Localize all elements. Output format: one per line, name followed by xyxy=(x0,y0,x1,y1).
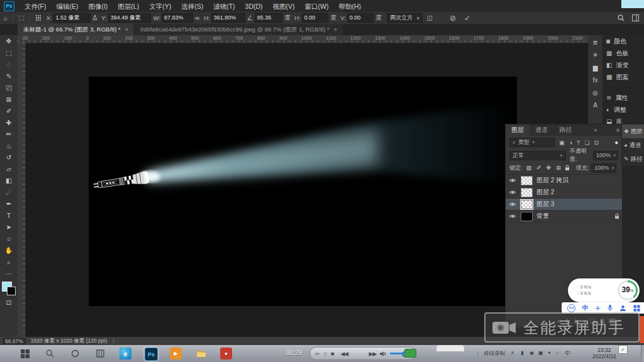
menu-item[interactable]: 图层(L) xyxy=(113,3,144,10)
show-desktop-button[interactable] xyxy=(641,345,644,362)
filter-toggle-icon[interactable]: ● xyxy=(615,140,618,146)
task-view-icon[interactable] xyxy=(94,348,106,359)
tool-button[interactable]: ◌ xyxy=(0,58,18,70)
document-tab-inactive[interactable]: 0d6fa9ca64de87b43e2065f930b6cc99.jpeg @ … xyxy=(134,24,343,35)
tool-button[interactable]: ◰ xyxy=(0,82,18,94)
y-input[interactable]: 394.49 像素 xyxy=(108,13,151,23)
tool-button[interactable]: ↺ xyxy=(0,151,18,163)
tool-button[interactable]: ▱ xyxy=(0,163,18,175)
panel-icon[interactable]: ◎ xyxy=(592,89,598,96)
filter-pixel-icon[interactable]: ▣ xyxy=(559,140,565,146)
home-icon[interactable]: ⌂ xyxy=(4,14,8,21)
tool-button[interactable]: ➤ xyxy=(0,221,18,233)
panel-button[interactable]: ▩ 图案 xyxy=(602,71,644,83)
tool-button[interactable]: ◧ xyxy=(0,175,18,187)
fast-forward-button[interactable]: ▶▶ xyxy=(369,351,377,357)
lock-all-icon[interactable] xyxy=(565,165,570,171)
tool-button[interactable]: ⊠ xyxy=(0,94,18,106)
x-input[interactable]: 1.52 像素 xyxy=(53,13,91,23)
layer-filter-input[interactable]: ⌕ 类型 ∨ xyxy=(509,138,555,147)
ime-indicator[interactable]: 中 xyxy=(565,349,571,358)
recorder-logo-icon[interactable]: FU xyxy=(567,304,575,312)
clip-icon[interactable]: ✂ xyxy=(315,351,320,357)
tool-preset-icon[interactable]: ⬚ xyxy=(18,14,24,21)
tray-icon[interactable]: ✦ xyxy=(547,350,552,356)
tool-button[interactable]: ✐ xyxy=(0,105,18,117)
tool-button[interactable]: ✏ xyxy=(0,128,18,140)
tab-paths[interactable]: 路径 xyxy=(553,124,577,136)
menu-item[interactable]: 滤镜(T) xyxy=(208,3,240,10)
layer-thumbnail[interactable] xyxy=(521,176,533,185)
tray-icon[interactable]: ♪ xyxy=(556,350,558,356)
stop-icon[interactable]: ■ xyxy=(331,351,334,357)
filter-adjustment-icon[interactable]: ◑ xyxy=(569,140,572,146)
visibility-eye-icon[interactable] xyxy=(508,201,517,208)
close-icon[interactable]: × xyxy=(334,26,337,33)
h-skew-input[interactable]: 0.00 xyxy=(302,13,328,23)
side-tab-layers[interactable]: ❖ 图层 xyxy=(622,124,644,138)
panel-icon[interactable]: ≣ xyxy=(592,39,597,46)
net-speed-widget[interactable]: ↑ 0 K/s ↓ 0 K/s 39 % xyxy=(568,278,640,302)
filter-type-icon[interactable]: T xyxy=(577,140,580,146)
record-icon[interactable]: ○ xyxy=(324,351,327,357)
lock-position-icon[interactable]: ✥ xyxy=(547,165,552,171)
menu-item[interactable]: 窗口(W) xyxy=(300,3,334,10)
layer-row-selected[interactable]: 图层 3 xyxy=(506,199,622,211)
menu-item[interactable]: 帮助(H) xyxy=(334,3,367,10)
background-color-swatch[interactable] xyxy=(7,287,16,295)
tray-clock[interactable]: 23:32 2022/4/22 xyxy=(592,347,616,359)
visibility-eye-icon[interactable] xyxy=(508,189,517,196)
panel-icon[interactable]: fx xyxy=(593,77,598,84)
start-button[interactable] xyxy=(19,348,31,359)
cancel-transform-button[interactable]: ⊘ xyxy=(450,14,456,23)
lock-artboard-icon[interactable]: ⊞ xyxy=(556,165,561,171)
layer-thumbnail[interactable] xyxy=(521,188,533,197)
menu-item[interactable]: 文字(Y) xyxy=(144,3,176,10)
speaker-icon[interactable] xyxy=(380,351,386,357)
blend-mode-select[interactable]: 正常 ∨ xyxy=(509,151,566,160)
tool-button[interactable]: T xyxy=(0,210,18,222)
photoshop-taskbar-icon[interactable]: Ps xyxy=(145,348,158,361)
menu-item[interactable]: 3D(D) xyxy=(240,3,268,10)
reference-point-icon[interactable] xyxy=(36,15,42,21)
v-skew-input[interactable]: 0.00 xyxy=(347,13,374,23)
tool-button[interactable]: ☄ xyxy=(0,187,18,199)
apps-grid-icon[interactable] xyxy=(633,305,640,312)
tool-button[interactable]: ⌕ xyxy=(0,256,18,268)
opacity-input[interactable]: 100% ∨ xyxy=(593,151,618,160)
quick-mask-icon[interactable]: ⊡ xyxy=(0,297,18,309)
panel-icon[interactable]: ▆ xyxy=(593,64,598,71)
panel-button[interactable]: ◙ 颜色 xyxy=(602,35,644,47)
tool-button[interactable]: ⋯ xyxy=(0,268,18,280)
media-app-icon[interactable]: ▶ xyxy=(170,348,182,359)
link-dimensions-icon[interactable]: ∞ xyxy=(195,14,199,21)
tray-icon[interactable]: ◉ xyxy=(530,350,534,356)
interpolation-select[interactable]: 两次立方 ∨ xyxy=(387,13,423,23)
menu-item[interactable]: 选择(S) xyxy=(176,3,208,10)
panel-button[interactable]: ≋ 属性 xyxy=(602,92,644,104)
side-tab-channels[interactable]: ◕ 通道 xyxy=(622,138,644,152)
filter-shape-icon[interactable]: ❏ xyxy=(584,140,589,146)
fill-input[interactable]: 100% ∨ xyxy=(591,163,616,173)
search-icon[interactable] xyxy=(618,14,625,21)
panel-button[interactable]: ▦ 色板 xyxy=(602,47,644,59)
layer-row[interactable]: 图层 2 xyxy=(506,187,622,199)
layer-row[interactable]: 背景 xyxy=(506,211,622,222)
commit-transform-button[interactable]: ✓ xyxy=(464,14,470,23)
ime-toggle-icon[interactable]: 中 xyxy=(582,304,589,312)
collapse-panel-icon[interactable]: » xyxy=(591,124,599,136)
panel-icon[interactable]: ☀ xyxy=(592,52,598,58)
file-explorer-icon[interactable] xyxy=(195,348,207,359)
tab-layers[interactable]: 图层 xyxy=(506,124,530,136)
microphone-icon[interactable] xyxy=(607,304,613,312)
layer-row[interactable]: 图层 2 拷贝 xyxy=(506,175,622,187)
status-chevron-icon[interactable]: 〉 xyxy=(112,337,118,345)
rewind-button[interactable]: ◀◀ xyxy=(340,351,348,357)
layer-thumbnail[interactable] xyxy=(521,212,533,221)
menu-item[interactable]: 文件(F) xyxy=(19,3,51,10)
panel-icon[interactable]: A xyxy=(593,102,597,109)
edge-browser-icon[interactable]: e xyxy=(119,348,131,359)
zoom-level-field[interactable]: 66.67% xyxy=(3,338,26,344)
tool-button[interactable]: ✥ xyxy=(0,35,18,47)
tool-button[interactable]: ✒ xyxy=(0,198,18,210)
